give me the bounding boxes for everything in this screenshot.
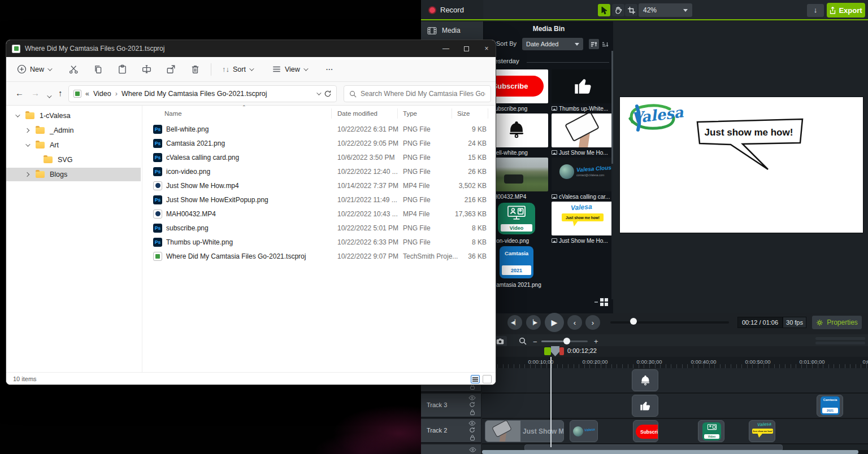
column-header-date[interactable]: Date modified [337, 107, 377, 120]
eye-icon[interactable] [469, 447, 476, 452]
rename-button[interactable] [137, 61, 157, 77]
copy-button[interactable] [88, 61, 108, 77]
sidebar-item-admin[interactable]: _Admin [6, 124, 141, 137]
file-row[interactable]: cValesa calling card.png 10/6/2022 3:50 … [145, 150, 495, 164]
up-button[interactable]: ↑ [58, 88, 63, 98]
sort-ascending-button[interactable] [589, 39, 599, 49]
sidebar-item-blogs[interactable]: Blogs [6, 168, 141, 181]
timeline-ruler[interactable]: 0;00 0:00:10;00 0:00:20;00 0:00:30;00 0:… [482, 357, 868, 368]
playhead-line[interactable] [550, 357, 552, 447]
sidebar-item-svg[interactable]: SVG [6, 153, 141, 167]
search-box[interactable] [344, 85, 491, 102]
zoom-timeline-button[interactable] [519, 337, 527, 345]
play-button[interactable]: ▶ [545, 313, 564, 332]
loop-icon[interactable] [469, 427, 475, 433]
clip-bell[interactable] [632, 369, 658, 391]
track2-head[interactable]: Track 2 [421, 419, 481, 443]
cut-button[interactable] [64, 61, 84, 77]
scrubber-thumb[interactable] [630, 318, 637, 325]
refresh-icon[interactable] [324, 90, 332, 98]
timeline-zoom-thumb[interactable] [563, 338, 570, 344]
sort-by-dropdown[interactable]: Date Added [522, 38, 583, 50]
timeline-scrollbar-thumb[interactable] [482, 450, 858, 454]
breadcrumb-video[interactable]: Video [93, 90, 111, 98]
track3-content[interactable] [482, 394, 868, 418]
file-row[interactable]: Camtasia 2021.png 10/22/2022 9:05 PM PNG… [145, 136, 495, 150]
explorer-titlebar[interactable]: Where Did My Camtasia Files Go-2021.tscp… [6, 40, 496, 57]
grid-view-toggle[interactable] [594, 298, 609, 306]
file-row[interactable]: Bell-white.png 10/22/2022 6:31 PM PNG Fi… [145, 122, 495, 136]
lock-icon[interactable] [470, 434, 475, 441]
view-button[interactable]: View [267, 61, 312, 77]
column-divider[interactable] [397, 108, 398, 119]
share-button[interactable] [161, 61, 181, 77]
new-button[interactable]: New [12, 61, 56, 77]
canvas[interactable]: Valesa Just show me how! [620, 97, 863, 233]
previous-button[interactable]: ‹ [567, 315, 582, 330]
file-row[interactable]: Thumbs up-White.png 10/22/2022 6:33 PM P… [145, 235, 495, 249]
column-header-type[interactable]: Type [403, 107, 417, 120]
pan-tool-button[interactable] [612, 4, 624, 16]
loop-icon[interactable] [469, 401, 475, 408]
clip-subscribe[interactable]: Subscribe [633, 420, 658, 442]
zoom-out-button[interactable]: − [533, 338, 537, 346]
delete-button[interactable] [185, 61, 205, 77]
eye-icon[interactable] [468, 421, 476, 426]
clip-icon-video[interactable]: Video [698, 420, 724, 442]
clip-thumbs-up[interactable] [632, 395, 658, 417]
file-row[interactable]: Where Did My Camtasia Files Go-2021.tscp… [145, 249, 495, 263]
forward-button[interactable]: → [31, 88, 40, 98]
minimize-button[interactable]: — [436, 40, 456, 57]
step-forward-button[interactable]: ▕▶ [526, 315, 541, 330]
breadcrumb-current[interactable]: Where Did My Camtasia Files Go-2021.tscp… [121, 90, 267, 98]
crumb-ellipsis[interactable]: « [85, 90, 89, 98]
large-icons-view-button[interactable] [483, 375, 492, 383]
column-divider[interactable] [488, 108, 488, 119]
paste-button[interactable] [112, 61, 132, 77]
track4-content[interactable] [482, 368, 868, 392]
record-button[interactable]: Record [440, 6, 464, 14]
canvas-zoom-dropdown[interactable]: 42% [639, 3, 692, 17]
close-button[interactable]: × [476, 40, 496, 57]
playhead-in-handle[interactable] [544, 347, 551, 355]
clip-track1-media[interactable] [524, 444, 783, 450]
file-row[interactable]: subscribe.png 10/22/2022 5:01 PM PNG Fil… [145, 221, 495, 235]
properties-button[interactable]: Properties [812, 316, 862, 329]
eye-icon[interactable] [468, 395, 476, 400]
lock-icon[interactable] [470, 409, 475, 416]
maximize-button[interactable] [456, 40, 476, 57]
clip-camtasia-2021[interactable]: Camtasia 2021 [817, 395, 843, 417]
column-divider[interactable] [452, 108, 452, 119]
chevron-expanded-icon[interactable] [15, 112, 20, 117]
file-row[interactable]: MAH00432.MP4 10/22/2022 10:43 ... MP4 Fi… [145, 207, 495, 221]
zoom-in-button[interactable]: + [594, 337, 598, 346]
address-input[interactable]: « Video › Where Did My Camtasia Files Go… [68, 85, 337, 102]
track1-head[interactable] [421, 444, 481, 454]
chevron-down-icon[interactable] [316, 90, 321, 95]
sort-button[interactable]: ↑↓ Sort [217, 62, 258, 77]
column-header-name[interactable]: Name [164, 107, 182, 120]
crop-tool-button[interactable] [625, 4, 637, 16]
scrubber-track[interactable] [610, 321, 729, 324]
file-row[interactable]: Just Show Me How.mp4 10/14/2022 7:37 PM … [145, 178, 495, 193]
next-button[interactable]: › [585, 315, 600, 330]
playhead-out-handle[interactable] [559, 347, 564, 355]
track3-head[interactable]: Track 3 [421, 394, 481, 418]
chevron-expanded-icon[interactable] [25, 142, 30, 146]
tab-media[interactable]: Media [421, 21, 483, 40]
column-divider[interactable] [331, 108, 332, 119]
file-row[interactable]: icon-video.png 10/22/2022 12:40 ... PNG … [145, 164, 495, 178]
more-options-button[interactable]: ··· [321, 62, 338, 77]
column-header-size[interactable]: Size [457, 107, 470, 120]
search-input[interactable] [361, 90, 485, 98]
sort-descending-button[interactable] [600, 39, 610, 49]
sidebar-item-1-cvalesa[interactable]: 1-cValesa [6, 109, 141, 123]
back-button[interactable]: ← [15, 88, 24, 98]
cursor-tool-button[interactable] [598, 4, 610, 16]
chevron-collapsed-icon[interactable] [25, 128, 29, 133]
clip-just-show-bubble[interactable]: Valesa Just show me how! [749, 420, 775, 442]
sidebar-item-art[interactable]: Art [6, 138, 141, 152]
chevron-collapsed-icon[interactable] [25, 172, 29, 177]
step-back-button[interactable]: ◀▏ [507, 315, 522, 330]
download-button[interactable]: ↓ [807, 4, 824, 17]
